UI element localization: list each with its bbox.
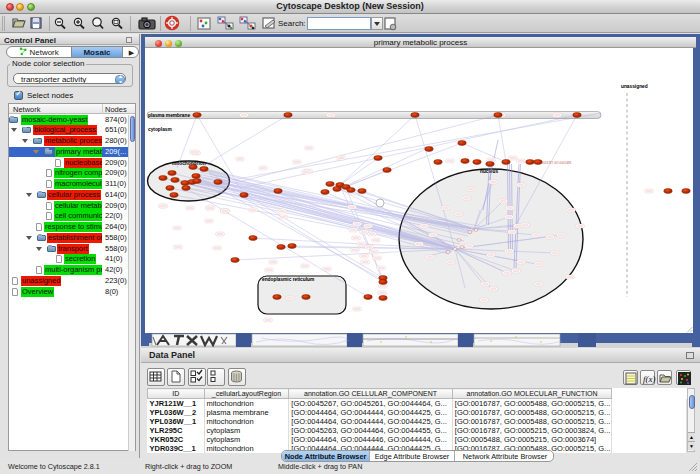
svg-text:cytoplasm: cytoplasm (148, 127, 172, 132)
svg-text:unassigned: unassigned (621, 84, 648, 89)
svg-text:endoplasmic reticulum: endoplasmic reticulum (262, 277, 314, 282)
svg-text:plasma membrane: plasma membrane (148, 113, 190, 118)
svg-text:mitochondrion: mitochondrion (172, 161, 206, 166)
svg-text:f(x): f(x) (643, 374, 656, 384)
